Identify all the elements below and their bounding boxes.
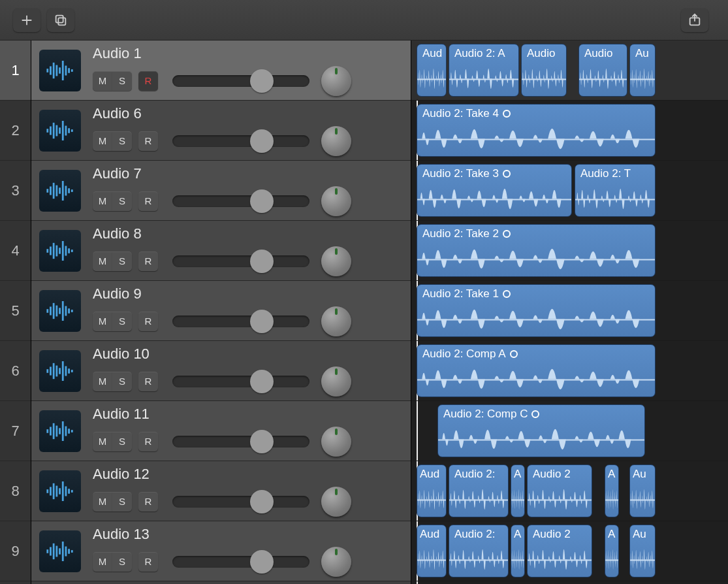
arrange-row[interactable]: Audio 2: Take 4 <box>411 101 728 161</box>
volume-thumb[interactable] <box>250 430 274 453</box>
volume-slider[interactable] <box>172 374 309 389</box>
pan-knob[interactable] <box>321 246 351 276</box>
track-number-cell[interactable]: 4 <box>0 221 31 281</box>
pan-knob[interactable] <box>321 427 351 457</box>
record-enable-button[interactable]: R <box>138 71 158 91</box>
audio-region[interactable]: A <box>605 464 619 517</box>
volume-thumb[interactable] <box>250 189 274 213</box>
audio-region[interactable]: Au <box>629 525 656 577</box>
arrange-row[interactable]: Audio 2: Take 2 <box>411 221 728 281</box>
track-header[interactable]: Audio 7MSR <box>31 161 411 221</box>
track-header[interactable]: Audio 9MSR <box>31 281 411 341</box>
pan-knob[interactable] <box>321 126 351 156</box>
record-enable-button[interactable]: R <box>138 191 158 211</box>
solo-button[interactable]: S <box>112 372 132 391</box>
solo-button[interactable]: S <box>112 71 132 91</box>
volume-thumb[interactable] <box>250 490 274 513</box>
audio-region[interactable]: Audio 2: <box>449 464 509 517</box>
volume-thumb[interactable] <box>250 370 274 393</box>
pan-knob[interactable] <box>321 366 351 397</box>
volume-thumb[interactable] <box>250 129 274 153</box>
mute-button[interactable]: M <box>93 71 112 91</box>
arrange-row[interactable]: AudAudio 2:AAudio 2AAu <box>411 521 728 581</box>
volume-slider[interactable] <box>172 134 309 148</box>
mute-button[interactable]: M <box>93 251 112 271</box>
volume-slider[interactable] <box>172 314 309 329</box>
track-header[interactable]: Audio 10MSR <box>31 341 411 401</box>
audio-region[interactable]: Au <box>629 464 656 517</box>
record-enable-button[interactable]: R <box>138 432 158 451</box>
record-enable-button[interactable]: R <box>138 312 158 331</box>
pan-knob[interactable] <box>321 547 351 577</box>
audio-region[interactable]: Audio 2: Take 3 <box>417 164 572 217</box>
arrange-area[interactable]: 135 AudAudio 2: AAudioAudioAuAudio 2: Ta… <box>411 41 728 584</box>
volume-slider[interactable] <box>172 434 309 449</box>
record-enable-button[interactable]: R <box>138 372 158 391</box>
track-header[interactable]: Audio 11MSR <box>31 401 411 461</box>
pan-knob[interactable] <box>321 66 351 96</box>
pan-knob[interactable] <box>321 306 351 336</box>
audio-region[interactable]: A <box>511 525 525 577</box>
audio-region[interactable]: Audio 2: Take 4 <box>417 104 656 157</box>
volume-slider[interactable] <box>172 495 309 509</box>
mute-button[interactable]: M <box>93 131 112 151</box>
add-track-button[interactable] <box>13 8 40 32</box>
volume-thumb[interactable] <box>250 310 274 333</box>
volume-thumb[interactable] <box>250 69 274 93</box>
solo-button[interactable]: S <box>112 131 132 151</box>
record-enable-button[interactable]: R <box>138 131 158 151</box>
volume-thumb[interactable] <box>250 550 274 574</box>
volume-slider[interactable] <box>172 555 309 569</box>
arrange-row[interactable]: Audio 2: Take 1 <box>411 281 728 341</box>
audio-region[interactable]: Audio 2 <box>527 464 592 517</box>
solo-button[interactable]: S <box>112 492 132 511</box>
output-button[interactable] <box>681 8 708 32</box>
arrange-row[interactable]: AudAudio 2:AAudio 2AAu <box>411 461 728 521</box>
track-header[interactable]: Audio 1MSR <box>31 41 411 101</box>
audio-region[interactable]: Au <box>629 44 656 97</box>
arrange-row[interactable]: Audio 2: Comp A <box>411 341 728 401</box>
track-number-cell[interactable]: 9 <box>0 521 31 581</box>
mute-button[interactable]: M <box>93 372 112 391</box>
track-number-cell[interactable]: 1 <box>0 41 31 101</box>
track-number-cell[interactable]: 3 <box>0 161 31 221</box>
audio-region[interactable]: Audio 2: T <box>575 164 656 217</box>
audio-region[interactable]: Audio 2: Take 1 <box>417 284 656 337</box>
mute-button[interactable]: M <box>93 312 112 331</box>
audio-region[interactable]: Audio 2: Comp C <box>437 404 645 457</box>
track-header[interactable]: Audio 6MSR <box>31 101 411 161</box>
audio-region[interactable]: A <box>605 525 619 577</box>
audio-region[interactable]: A <box>511 464 525 517</box>
arrange-row[interactable]: Audio 2: Comp C <box>411 401 728 461</box>
arrange-row[interactable]: AudAudio 2: AAudioAudioAu <box>411 41 728 101</box>
audio-region[interactable]: Aud <box>417 525 447 577</box>
pan-knob[interactable] <box>321 487 351 517</box>
mute-button[interactable]: M <box>93 191 112 211</box>
volume-slider[interactable] <box>172 254 309 268</box>
solo-button[interactable]: S <box>112 251 132 271</box>
volume-slider[interactable] <box>172 74 309 88</box>
audio-region[interactable]: Aud <box>417 464 447 517</box>
track-header[interactable]: Audio 13MSR <box>31 521 411 581</box>
mute-button[interactable]: M <box>93 432 112 451</box>
audio-region[interactable]: Audio 2: <box>449 525 509 577</box>
record-enable-button[interactable]: R <box>138 552 158 572</box>
arrange-row[interactable]: Audio 2: Take 3Audio 2: T <box>411 161 728 221</box>
audio-region[interactable]: Audio <box>521 44 567 97</box>
track-number-cell[interactable]: 7 <box>0 401 31 461</box>
volume-thumb[interactable] <box>250 250 274 273</box>
solo-button[interactable]: S <box>112 552 132 572</box>
track-header[interactable]: Audio 12MSR <box>31 461 411 521</box>
track-number-cell[interactable]: 5 <box>0 281 31 341</box>
audio-region[interactable]: Aud <box>417 44 447 97</box>
track-number-cell[interactable]: 6 <box>0 341 31 401</box>
audio-region[interactable]: Audio 2: Take 2 <box>417 224 656 277</box>
track-number-cell[interactable]: 2 <box>0 101 31 161</box>
record-enable-button[interactable]: R <box>138 251 158 271</box>
audio-region[interactable]: Audio 2 <box>527 525 592 577</box>
audio-region[interactable]: Audio <box>578 44 627 97</box>
audio-region[interactable]: Audio 2: Comp A <box>417 344 656 397</box>
solo-button[interactable]: S <box>112 432 132 451</box>
solo-button[interactable]: S <box>112 191 132 211</box>
track-number-cell[interactable]: 8 <box>0 461 31 521</box>
